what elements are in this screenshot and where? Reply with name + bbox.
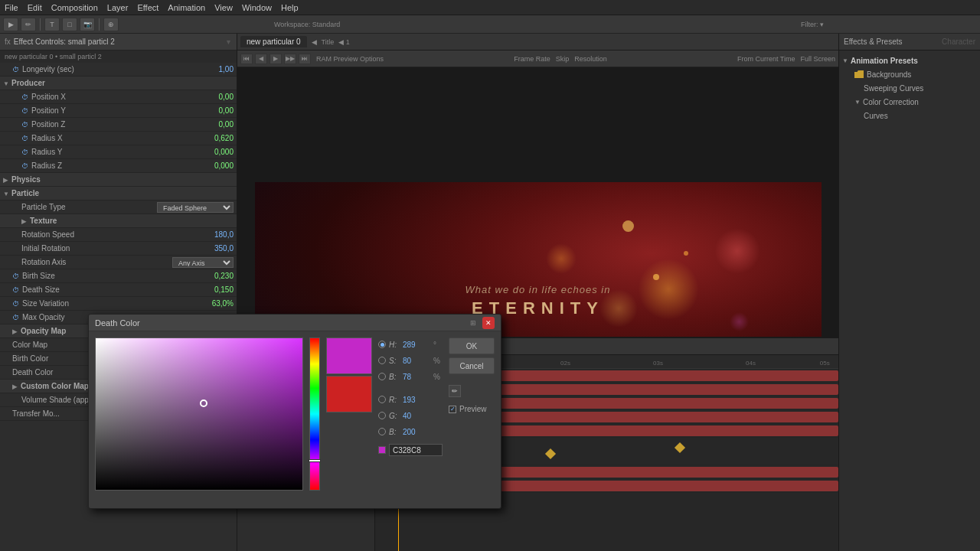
- resolution-label: Resolution: [574, 55, 607, 63]
- comp-tb-btn3[interactable]: ▶▶: [284, 54, 296, 64]
- particle-type-dropdown[interactable]: Faded Sphere: [157, 202, 234, 213]
- prop-rot-axis-label: Rotation Axis: [21, 258, 172, 266]
- hue-slider-thumb[interactable]: [309, 459, 321, 462]
- prop-radius-y[interactable]: ⏱ Radius Y 0,000: [0, 145, 237, 159]
- g-label: G:: [389, 412, 400, 420]
- preview-checkbox-row: ✓ Preview: [449, 405, 495, 413]
- toolbar-pen[interactable]: ✏: [21, 18, 36, 31]
- sweeping-curves-item[interactable]: Sweeping Curves: [842, 81, 977, 95]
- tri-icon3: ▶: [21, 218, 28, 224]
- prop-physics[interactable]: ▶ Physics: [0, 173, 237, 187]
- hue-slider[interactable]: [309, 337, 320, 491]
- color-correction-label: Color Correction: [863, 98, 919, 106]
- prop-pos-y-label: Position Y: [31, 106, 195, 115]
- prop-rot-speed[interactable]: Rotation Speed 180,0: [0, 228, 237, 242]
- menu-window[interactable]: Window: [242, 3, 272, 12]
- s-value[interactable]: 80: [403, 357, 430, 365]
- toolbar-shape[interactable]: □: [62, 18, 77, 31]
- b-value[interactable]: 78: [403, 373, 430, 381]
- prop-texture[interactable]: ▶ Texture: [0, 214, 237, 228]
- rgb-b-radio[interactable]: [378, 428, 386, 435]
- sw-icon8: ⏱: [12, 286, 20, 294]
- prop-pos-x[interactable]: ⏱ Position X 0,00: [0, 90, 237, 104]
- preview-checkbox-label: Preview: [459, 405, 487, 413]
- prop-pos-z-val[interactable]: 0,00: [195, 120, 234, 129]
- hsb-h-radio[interactable]: [378, 341, 386, 348]
- color-picker-dialog: Death Color ⊞ ✕ H: 289 °: [88, 314, 501, 509]
- prop-size-var[interactable]: ⏱ Size Variation 63,0%: [0, 297, 237, 311]
- hex-input[interactable]: [389, 444, 443, 456]
- comp-tb-btn1[interactable]: ⏮: [240, 54, 253, 64]
- comp-tab-main[interactable]: new particular 0: [240, 36, 307, 47]
- prop-radius-z[interactable]: ⏱ Radius Z 0,000: [0, 159, 237, 173]
- rgb-g-radio[interactable]: [378, 412, 386, 419]
- prop-radius-y-val[interactable]: 0,000: [195, 148, 234, 156]
- comp-name-label: new particular 0 • small particl 2: [5, 53, 102, 60]
- prop-death-size[interactable]: ⏱ Death Size 0,150: [0, 283, 237, 297]
- prop-size-var-val[interactable]: 63,0%: [195, 299, 234, 308]
- prop-radius-x-val[interactable]: 0,620: [195, 134, 234, 142]
- prop-pos-y[interactable]: ⏱ Position Y 0,00: [0, 104, 237, 118]
- prop-pos-x-val[interactable]: 0,00: [195, 93, 234, 101]
- curves-item[interactable]: Curves: [842, 109, 977, 122]
- prop-producer-label: Producer: [11, 79, 234, 87]
- menu-view[interactable]: View: [214, 3, 233, 12]
- menu-composition[interactable]: Composition: [51, 3, 98, 12]
- bl-value[interactable]: 200: [403, 428, 430, 436]
- r-value[interactable]: 193: [403, 396, 430, 404]
- keyframe-diamond-2: [545, 448, 556, 459]
- prop-init-rot-val[interactable]: 350,0: [195, 244, 234, 253]
- r-label: R:: [389, 396, 400, 404]
- sw-icon: ⏱: [21, 93, 29, 101]
- comp-tb-btn2[interactable]: ◀: [255, 54, 267, 64]
- prop-producer[interactable]: ▼ Producer: [0, 77, 237, 90]
- prop-init-rot[interactable]: Initial Rotation 350,0: [0, 242, 237, 256]
- prop-rot-axis[interactable]: Rotation Axis Any Axis: [0, 256, 237, 269]
- menu-effect[interactable]: Effect: [137, 3, 158, 12]
- dialog-close-button[interactable]: ✕: [482, 317, 495, 329]
- toolbar-cam[interactable]: 📷: [80, 18, 95, 31]
- prop-birth-size[interactable]: ⏱ Birth Size 0,230: [0, 269, 237, 283]
- prop-pos-y-val[interactable]: 0,00: [195, 106, 234, 115]
- prop-radius-z-val[interactable]: 0,000: [195, 161, 234, 170]
- preview-checkbox[interactable]: ✓: [449, 406, 456, 413]
- prop-pos-z[interactable]: ⏱ Position Z 0,00: [0, 118, 237, 132]
- prop-radius-x[interactable]: ⏱ Radius X 0,620: [0, 132, 237, 145]
- color-correction-item[interactable]: ▼ Color Correction: [842, 95, 977, 109]
- menu-animation[interactable]: Animation: [168, 3, 205, 12]
- menu-edit[interactable]: Edit: [28, 3, 42, 12]
- toolbar-select[interactable]: ▶: [3, 18, 18, 31]
- toolbar-zoom[interactable]: ⊕: [103, 18, 119, 31]
- prop-death-size-val[interactable]: 0,150: [195, 285, 234, 294]
- comp-tb-btn4[interactable]: ⏭: [299, 54, 311, 64]
- hsb-b-radio[interactable]: [378, 373, 386, 380]
- rot-axis-dropdown[interactable]: Any Axis: [172, 257, 234, 268]
- time-mark-2s: 02s: [560, 360, 570, 367]
- effects-presets-title: Effects & Presets: [844, 37, 903, 46]
- prop-longevity-value[interactable]: 1,00: [195, 65, 234, 73]
- color-gradient-picker[interactable]: [95, 337, 303, 491]
- dialog-expand-icon[interactable]: ⊞: [470, 319, 476, 327]
- menu-help[interactable]: Help: [281, 3, 299, 12]
- backgrounds-item[interactable]: Backgrounds: [842, 67, 977, 81]
- eyedropper-icon[interactable]: ✏: [449, 385, 461, 397]
- toolbar-text[interactable]: T: [44, 18, 60, 31]
- prop-particle-type[interactable]: Particle Type Faded Sphere: [0, 201, 237, 214]
- ok-button[interactable]: OK: [449, 337, 495, 354]
- prop-longevity[interactable]: ⏱ Longevity (sec) 1,00: [0, 63, 237, 77]
- animation-presets-header[interactable]: ▼ Animation Presets: [842, 54, 977, 67]
- cancel-button[interactable]: Cancel: [449, 357, 495, 374]
- g-value[interactable]: 40: [403, 412, 430, 420]
- hsb-s-radio[interactable]: [378, 357, 386, 364]
- spacer: [378, 386, 443, 390]
- prop-rot-speed-val[interactable]: 180,0: [195, 230, 234, 239]
- comp-tb-play[interactable]: ▶: [270, 54, 282, 64]
- menu-layer[interactable]: Layer: [107, 3, 129, 12]
- menu-file[interactable]: File: [5, 3, 18, 12]
- effects-tab-char[interactable]: Character: [942, 37, 975, 46]
- prop-birth-size-val[interactable]: 0,230: [195, 272, 234, 280]
- prop-radius-y-label: Radius Y: [31, 148, 195, 156]
- rgb-r-radio[interactable]: [378, 396, 386, 403]
- prop-particle[interactable]: ▼ Particle: [0, 187, 237, 201]
- h-value[interactable]: 289: [403, 341, 430, 349]
